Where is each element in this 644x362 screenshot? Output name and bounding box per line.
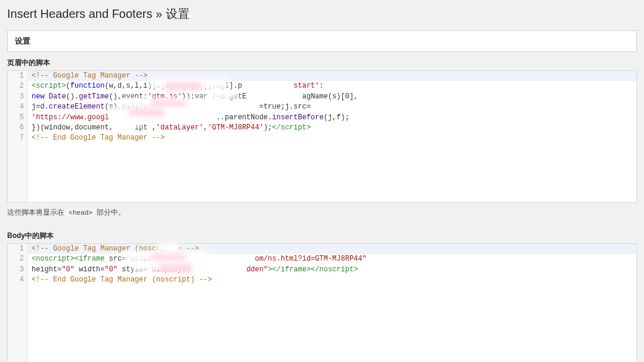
line-number: 4 (8, 102, 28, 112)
code-content[interactable]: })(window,document, ipt ,'dataLayer','GT… (28, 123, 314, 133)
code-line[interactable]: 4j=d.createElement(s),dl=l!=' ' =true;j.… (8, 102, 636, 112)
code-line[interactable]: 3new Date().getTime(),event:'gtm.js'});v… (8, 92, 636, 102)
code-line[interactable]: 2<script>(function(w,d,s,l,i){w[l]=w[l]|… (8, 81, 636, 91)
header-scripts-editor[interactable]: 1<!-- Google Tag Manager -->2<script>(fu… (7, 70, 637, 203)
body-scripts-label: Body中的脚本 (7, 231, 637, 243)
header-scripts-help: 这些脚本将显示在 <head> 部分中。 (7, 203, 637, 220)
line-number: 4 (8, 275, 28, 285)
code-content[interactable]: <!-- Google Tag Manager (noscri > --> (28, 244, 203, 254)
code-line[interactable]: 2<noscript><iframe src="https:/ om/ns.ht… (8, 254, 636, 264)
editor-empty-area[interactable] (8, 285, 636, 362)
code-content[interactable]: <!-- Google Tag Manager --> (28, 71, 151, 81)
code-content[interactable]: j=d.createElement(s),dl=l!=' ' =true;j.s… (28, 102, 314, 112)
help-prefix: 这些脚本将显示在 (7, 208, 66, 216)
line-number: 7 (8, 133, 28, 143)
code-content[interactable]: new Date().getTime(),event:'gtm.js'});va… (28, 92, 361, 102)
line-number: 2 (8, 81, 28, 91)
code-line[interactable]: 3height="0" width="0" style="display:n d… (8, 265, 636, 275)
code-line[interactable]: 4<!-- End Google Tag Manager (noscript) … (8, 275, 636, 285)
code-content[interactable]: <!-- End Google Tag Manager (noscript) -… (28, 275, 215, 285)
body-scripts-editor-wrap: 1<!-- Google Tag Manager (noscri > -->2<… (7, 243, 637, 362)
code-content[interactable]: <noscript><iframe src="https:/ om/ns.htm… (28, 254, 370, 264)
code-line[interactable]: 1<!-- Google Tag Manager --> (8, 71, 636, 81)
code-content[interactable]: height="0" width="0" style="display:n dd… (28, 265, 361, 275)
editor-empty-area[interactable] (8, 144, 636, 202)
line-number: 2 (8, 254, 28, 264)
line-number: 1 (8, 71, 28, 81)
line-number: 1 (8, 244, 28, 254)
panel-heading: 设置 (8, 31, 636, 51)
code-line[interactable]: 1<!-- Google Tag Manager (noscri > --> (8, 244, 636, 254)
code-line[interactable]: 6})(window,document, ipt ,'dataLayer','G… (8, 123, 636, 133)
header-scripts-section: 页眉中的脚本 1<!-- Google Tag Manager -->2<scr… (7, 52, 637, 225)
code-content[interactable]: <!-- End Google Tag Manager --> (28, 133, 168, 143)
body-scripts-editor[interactable]: 1<!-- Google Tag Manager (noscri > -->2<… (7, 243, 637, 362)
body-scripts-section: Body中的脚本 1<!-- Google Tag Manager (noscr… (7, 225, 637, 362)
head-tag-code: <head> (66, 209, 95, 217)
line-number: 3 (8, 92, 28, 102)
settings-panel: 设置 (7, 30, 637, 52)
page-title: Insert Headers and Footers » 设置 (7, 0, 637, 30)
line-number: 3 (8, 265, 28, 275)
help-suffix: 部分中。 (95, 208, 125, 216)
line-number: 6 (8, 123, 28, 133)
code-line[interactable]: 7<!-- End Google Tag Manager --> (8, 133, 636, 143)
header-scripts-editor-wrap: 1<!-- Google Tag Manager -->2<script>(fu… (7, 70, 637, 203)
line-number: 5 (8, 113, 28, 123)
header-scripts-label: 页眉中的脚本 (7, 58, 637, 70)
code-content[interactable]: <script>(function(w,d,s,l,i){w[l]=w[l]||… (28, 81, 327, 91)
code-content[interactable]: 'https://www.googl ..parentNode.insertBe… (28, 113, 353, 123)
code-line[interactable]: 5'https://www.googl ..parentNode.insertB… (8, 113, 636, 123)
